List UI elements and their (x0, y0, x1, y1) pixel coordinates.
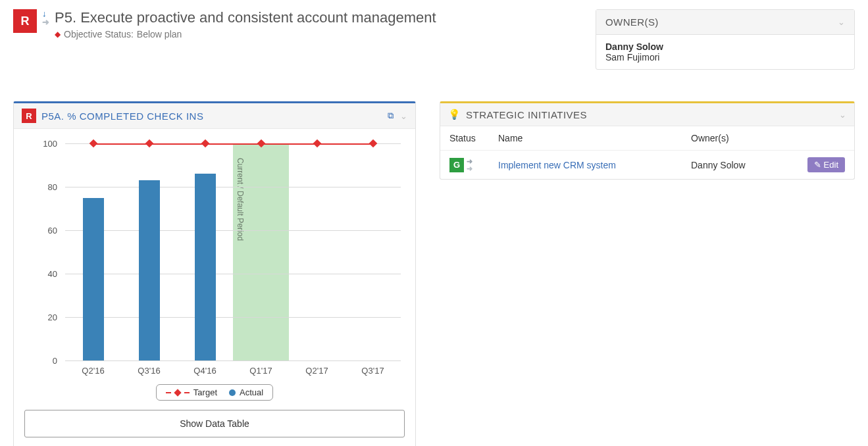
target-line (93, 143, 373, 145)
bar-actual[interactable] (195, 174, 216, 360)
y-axis-tick-label: 20 (18, 312, 57, 322)
initiative-status-badge: G (449, 158, 464, 172)
target-point[interactable] (313, 139, 321, 148)
y-axis-tick-label: 60 (18, 226, 57, 235)
show-data-table-button[interactable]: Show Data Table (24, 410, 405, 437)
open-external-icon[interactable]: ⧉ (388, 111, 394, 121)
y-axis-tick-label: 100 (18, 139, 57, 149)
lightbulb-icon: 💡 (448, 109, 461, 120)
initiative-owner: Danny Solow (691, 160, 796, 170)
owner-primary: Danny Solow (605, 41, 845, 52)
chart-title: P5A. % COMPLETED CHECK INS (41, 111, 382, 122)
current-period-band: Current / Default Period (233, 143, 289, 360)
page-header: R ↓ ➜ P5. Execute proactive and consiste… (13, 9, 576, 39)
owner-secondary: Sam Fujimori (605, 52, 845, 62)
target-point[interactable] (89, 139, 97, 148)
gridline (65, 274, 401, 274)
edit-button[interactable]: ✎ Edit (807, 157, 845, 172)
initiative-name-link[interactable]: Implement new CRM system (498, 160, 616, 170)
target-point[interactable] (369, 139, 377, 148)
objective-status-value: Below plan (137, 29, 182, 39)
chart-collapse-icon[interactable]: ⌄ (400, 111, 407, 121)
initiatives-header-row: Status Name Owner(s) (440, 126, 854, 151)
y-axis-tick-label: 0 (18, 356, 57, 366)
target-point[interactable] (145, 139, 153, 148)
chart-legend: Target Actual (156, 384, 273, 401)
chart-panel: R P5A. % COMPLETED CHECK INS ⧉ ⌄ Current… (13, 101, 416, 446)
col-owner: Owner(s) (691, 133, 796, 143)
x-axis-tick-label: Q3'17 (345, 366, 401, 376)
x-axis-tick-label: Q3'16 (121, 366, 177, 376)
initiatives-panel: 💡 STRATEGIC INITIATIVES ⌄ Status Name Ow… (440, 101, 855, 180)
collapse-toggle-icon[interactable]: ⌄ (838, 17, 845, 27)
bar-actual[interactable] (83, 198, 104, 361)
col-name: Name (498, 133, 682, 143)
chart-area: Current / Default Period 020406080100Q2'… (18, 137, 409, 380)
gridline (65, 187, 401, 187)
y-axis-tick-label: 40 (18, 269, 57, 279)
gridline (65, 317, 401, 318)
initiative-row: G➜➜Implement new CRM systemDanny Solow✎ … (440, 151, 854, 179)
target-point[interactable] (201, 139, 209, 148)
objective-status-label: Objective Status: (64, 29, 134, 39)
owners-panel-title: OWNER(S) (605, 16, 659, 28)
objective-status-badge: R (13, 9, 37, 33)
gridline (65, 360, 401, 361)
col-status: Status (449, 133, 489, 143)
bar-actual[interactable] (139, 180, 160, 360)
chart-status-badge: R (22, 109, 36, 123)
status-diamond-icon: ◆ (55, 30, 61, 39)
x-axis-tick-label: Q2'17 (289, 366, 345, 376)
current-period-label: Current / Default Period (236, 158, 245, 241)
initiatives-collapse-icon[interactable]: ⌄ (839, 110, 846, 120)
owners-panel: OWNER(S) ⌄ Danny Solow Sam Fujimori (596, 9, 855, 70)
legend-actual[interactable]: Actual (229, 387, 263, 397)
cascade-arrow-icon[interactable]: ↓ ➜ (42, 9, 49, 26)
objective-status-line: ◆ Objective Status: Below plan (55, 29, 436, 39)
x-axis-tick-label: Q4'16 (177, 366, 233, 376)
pencil-icon: ✎ (814, 160, 821, 170)
legend-target[interactable]: Target (166, 387, 217, 397)
x-axis-tick-label: Q2'16 (65, 366, 121, 376)
page-title: P5. Execute proactive and consistent acc… (55, 9, 436, 26)
x-axis-tick-label: Q1'17 (233, 366, 289, 376)
y-axis-tick-label: 80 (18, 182, 57, 192)
cascade-arrow-icon[interactable]: ➜➜ (467, 158, 472, 172)
gridline (65, 230, 401, 231)
initiatives-panel-title: STRATEGIC INITIATIVES (466, 109, 834, 120)
